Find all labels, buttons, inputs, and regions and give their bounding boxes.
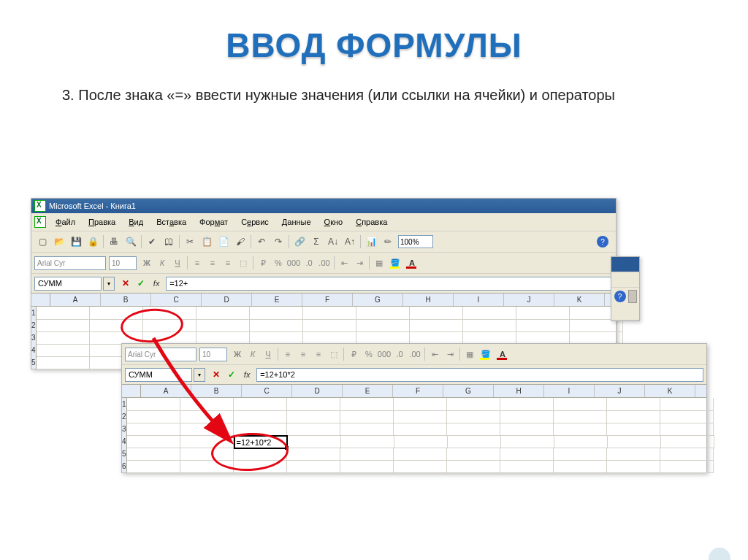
col-header[interactable]: D	[202, 294, 252, 306]
fx-icon[interactable]: fx	[150, 277, 162, 289]
copy-icon[interactable]: 📋	[199, 234, 215, 250]
col-header[interactable]: E	[343, 385, 393, 397]
col-header[interactable]: F	[393, 385, 443, 397]
col-header[interactable]: A	[141, 385, 191, 397]
fill-color-icon[interactable]: 🪣	[387, 256, 403, 270]
merge-icon[interactable]: ⬚	[236, 256, 251, 270]
fx-icon[interactable]: fx	[241, 369, 253, 380]
borders-icon[interactable]: ▦	[462, 347, 477, 361]
col-header[interactable]: I	[544, 385, 595, 397]
col-header[interactable]: G	[353, 294, 403, 306]
chart-icon[interactable]: 📊	[363, 234, 379, 250]
drawing-icon[interactable]: ✏	[380, 234, 396, 250]
accept-icon[interactable]: ✓	[226, 369, 237, 380]
bold-button[interactable]: Ж	[140, 256, 154, 270]
dec-decimal-icon[interactable]: .00	[408, 347, 422, 361]
menu-insert[interactable]: Вставка	[150, 215, 193, 229]
align-center-icon[interactable]: ≡	[296, 347, 310, 361]
dec-indent-icon[interactable]: ⇤	[427, 347, 442, 361]
research-icon[interactable]: 🕮	[161, 234, 177, 250]
cancel-icon[interactable]: ✕	[210, 369, 222, 380]
currency-icon[interactable]: ₽	[346, 347, 361, 361]
menu-help[interactable]: Справка	[349, 215, 394, 229]
align-center-icon[interactable]: ≡	[205, 256, 220, 270]
menu-tools[interactable]: Сервис	[234, 215, 275, 229]
autosum-icon[interactable]: Σ	[308, 234, 324, 250]
percent-icon[interactable]: %	[271, 256, 286, 270]
col-header[interactable]: J	[595, 385, 645, 397]
sort-desc-icon[interactable]: A↑	[342, 234, 358, 250]
font-color-icon[interactable]: A	[404, 256, 420, 270]
col-header[interactable]: G	[443, 385, 494, 397]
hyperlink-icon[interactable]: 🔗	[291, 234, 308, 250]
format-painter-icon[interactable]: 🖌	[232, 234, 248, 250]
fill-color-icon[interactable]: 🪣	[478, 347, 494, 361]
currency-icon[interactable]: ₽	[256, 256, 270, 270]
align-right-icon[interactable]: ≡	[311, 347, 326, 361]
save-icon[interactable]: 💾	[68, 234, 84, 250]
inc-decimal-icon[interactable]: .0	[392, 347, 407, 361]
name-box[interactable]: СУММ	[125, 368, 192, 382]
merge-icon[interactable]: ⬚	[327, 347, 341, 361]
align-left-icon[interactable]: ≡	[280, 347, 295, 361]
redo-icon[interactable]: ↷	[270, 234, 286, 250]
percent-icon[interactable]: %	[362, 347, 376, 361]
inc-indent-icon[interactable]: ⇥	[352, 256, 367, 270]
select-all-corner[interactable]	[31, 294, 50, 307]
menu-file[interactable]: Файл	[49, 215, 82, 229]
italic-button[interactable]: К	[155, 256, 169, 270]
col-header[interactable]: H	[403, 294, 454, 306]
inc-decimal-icon[interactable]: .0	[302, 256, 316, 270]
menu-format[interactable]: Формат	[193, 215, 234, 229]
comma-icon[interactable]: 000	[286, 256, 301, 270]
align-right-icon[interactable]: ≡	[221, 256, 235, 270]
underline-button[interactable]: Ч	[261, 347, 275, 361]
bold-button[interactable]: Ж	[230, 347, 245, 361]
zoom-combo[interactable]: 100%	[398, 235, 433, 248]
menu-view[interactable]: Вид	[122, 215, 150, 229]
col-header[interactable]: K	[554, 294, 605, 306]
permission-icon[interactable]: 🔒	[85, 234, 101, 250]
col-header[interactable]: I	[454, 294, 504, 306]
col-header[interactable]: D	[292, 385, 343, 397]
font-size-combo[interactable]: 10	[109, 256, 137, 270]
accept-icon[interactable]: ✓	[135, 277, 147, 289]
font-size-combo[interactable]: 10	[199, 348, 227, 361]
open-icon[interactable]: 📂	[51, 234, 67, 250]
menu-window[interactable]: Окно	[318, 215, 350, 229]
inc-indent-icon[interactable]: ⇥	[443, 347, 457, 361]
dec-decimal-icon[interactable]: .00	[317, 256, 332, 270]
col-header[interactable]: H	[494, 385, 544, 397]
preview-icon[interactable]: 🔍	[123, 234, 139, 250]
dec-indent-icon[interactable]: ⇤	[337, 256, 351, 270]
col-header[interactable]: K	[645, 385, 695, 397]
col-header[interactable]: J	[504, 294, 554, 306]
font-color-icon[interactable]: A	[495, 347, 511, 361]
spreadsheet-grid[interactable]: A B C D E F G H I J K 1 2 3 4=12+10*2 5 …	[122, 385, 706, 472]
paste-icon[interactable]: 📄	[215, 234, 232, 250]
align-left-icon[interactable]: ≡	[190, 256, 205, 270]
sort-asc-icon[interactable]: A↓	[325, 234, 341, 250]
name-box-dropdown-icon[interactable]: ▾	[194, 368, 205, 382]
name-box[interactable]: СУММ	[34, 277, 102, 291]
font-name-combo[interactable]: Arial Cyr	[34, 256, 106, 270]
new-icon[interactable]: ▢	[34, 234, 50, 250]
cancel-icon[interactable]: ✕	[120, 277, 131, 289]
font-name-combo[interactable]: Arial Cyr	[125, 348, 196, 361]
menu-data[interactable]: Данные	[275, 215, 318, 229]
help-icon[interactable]: ?	[597, 236, 608, 248]
col-header[interactable]: C	[151, 294, 202, 306]
col-header[interactable]: F	[302, 294, 353, 306]
col-header[interactable]: E	[252, 294, 302, 306]
undo-icon[interactable]: ↶	[253, 234, 270, 250]
select-all-corner[interactable]	[122, 385, 141, 398]
italic-button[interactable]: К	[245, 347, 260, 361]
col-header[interactable]: A	[50, 294, 101, 306]
print-icon[interactable]: 🖶	[106, 234, 122, 250]
comma-icon[interactable]: 000	[377, 347, 392, 361]
formula-input[interactable]: =12+	[166, 277, 613, 291]
spell-icon[interactable]: ✔	[144, 234, 160, 250]
cut-icon[interactable]: ✂	[182, 234, 198, 250]
col-header[interactable]: B	[101, 294, 151, 306]
name-box-dropdown-icon[interactable]: ▾	[103, 277, 115, 291]
